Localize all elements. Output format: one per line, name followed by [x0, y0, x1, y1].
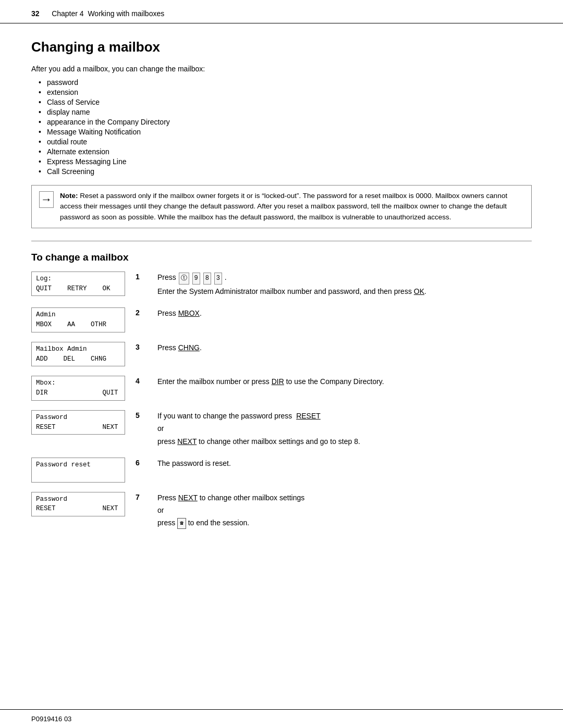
screen-box-7: Password RESET NEXT	[31, 492, 125, 517]
screen-box-4: Mbox: DIR QUIT	[31, 376, 125, 401]
step-screen-5: Password RESET NEXT	[31, 410, 125, 435]
step-number-4: 4	[136, 377, 147, 385]
screen-box-3: Mailbox Admin ADD DEL CHNG	[31, 342, 125, 367]
page-title: Changing a mailbox	[31, 39, 532, 55]
step-screen-6: Password reset	[31, 458, 125, 483]
screen-line: Mbox:	[36, 378, 120, 388]
list-item: extension	[47, 88, 532, 96]
step-number-7: 7	[136, 493, 147, 501]
step-content-1: Press ⓣ 9 8 3 . Enter the System Adminis…	[157, 272, 532, 299]
list-item: password	[47, 78, 532, 87]
step-row-1: Log: QUIT RETRY OK 1 Press ⓣ 9 8 3 . Ent…	[31, 272, 532, 299]
screen-line: Log:	[36, 274, 120, 284]
step-screen-2: Admin MBOX AA OTHR	[31, 307, 125, 332]
section-divider	[31, 241, 532, 241]
screen-line: Admin	[36, 310, 120, 320]
step-screen-7: Password RESET NEXT	[31, 492, 125, 517]
step-row-4: Mbox: DIR QUIT 4 Enter the mailbox numbe…	[31, 376, 532, 401]
list-item: Express Messaging Line	[47, 157, 532, 166]
list-item: Call Screening	[47, 167, 532, 176]
list-item: appearance in the Company Directory	[47, 118, 532, 126]
step-content-2: Press MBOX.	[157, 307, 532, 320]
header-chapter-title: Chapter 4 Working with mailboxes	[44, 9, 165, 18]
intro-text: After you add a mailbox, you can change …	[31, 65, 532, 73]
list-item: Class of Service	[47, 98, 532, 106]
step-content-3: Press CHNG.	[157, 342, 532, 354]
key-icon: 9	[192, 273, 200, 285]
screen-line: Password	[36, 495, 120, 504]
key-icon: 3	[214, 273, 222, 285]
note-body: Reset a password only if the mailbox own…	[60, 192, 507, 221]
step-row-5: Password RESET NEXT 5 If you want to cha…	[31, 410, 532, 448]
phone-icon: ☎	[177, 518, 186, 529]
page-header: 32 Chapter 4 Working with mailboxes	[0, 0, 563, 23]
screen-line: DIR QUIT	[36, 388, 120, 398]
step-content-6: The password is reset.	[157, 458, 532, 470]
screen-box-5: Password RESET NEXT	[31, 410, 125, 435]
step-content-4: Enter the mailbox number or press DIR to…	[157, 376, 532, 388]
screen-line: RESET NEXT	[36, 423, 120, 433]
note-label: Note:	[60, 192, 78, 200]
step-number-6: 6	[136, 459, 147, 467]
screen-line: Password reset	[36, 460, 120, 470]
screen-line: MBOX AA OTHR	[36, 320, 120, 330]
screen-line: Mailbox Admin	[36, 344, 120, 354]
steps-section: Log: QUIT RETRY OK 1 Press ⓣ 9 8 3 . Ent…	[31, 272, 532, 530]
step-number-3: 3	[136, 343, 147, 351]
step-number-1: 1	[136, 273, 147, 281]
list-item: Alternate extension	[47, 147, 532, 156]
screen-box-2: Admin MBOX AA OTHR	[31, 307, 125, 332]
step-content-7: Press NEXT to change other mailbox setti…	[157, 492, 532, 530]
list-item: Message Waiting Notification	[47, 128, 532, 136]
screen-line: QUIT RETRY OK	[36, 284, 120, 294]
page: 32 Chapter 4 Working with mailboxes Chan…	[0, 0, 563, 728]
step-row-6: Password reset 6 The password is reset.	[31, 458, 532, 483]
section2-heading: To change a mailbox	[31, 252, 532, 263]
list-item: display name	[47, 108, 532, 116]
step-content-5: If you want to change the password press…	[157, 410, 532, 448]
list-item: outdial route	[47, 138, 532, 146]
step-screen-4: Mbox: DIR QUIT	[31, 376, 125, 401]
step-number-2: 2	[136, 309, 147, 317]
step-row-3: Mailbox Admin ADD DEL CHNG 3 Press CHNG.	[31, 342, 532, 367]
step-row-7: Password RESET NEXT 7 Press NEXT to chan…	[31, 492, 532, 530]
key-icon: 8	[203, 273, 211, 285]
step-number-5: 5	[136, 411, 147, 419]
screen-line	[36, 470, 120, 480]
key-icon: ⓣ	[179, 273, 189, 285]
step-screen-1: Log: QUIT RETRY OK	[31, 272, 125, 297]
screen-box-6: Password reset	[31, 458, 125, 483]
screen-line: RESET NEXT	[36, 504, 120, 514]
step-row-2: Admin MBOX AA OTHR 2 Press MBOX.	[31, 307, 532, 332]
step-screen-3: Mailbox Admin ADD DEL CHNG	[31, 342, 125, 367]
note-text: Note: Reset a password only if the mailb…	[60, 191, 524, 223]
footer-text: P0919416 03	[31, 715, 71, 723]
page-footer: P0919416 03	[0, 709, 563, 728]
screen-line: Password	[36, 413, 120, 423]
note-box: → Note: Reset a password only if the mai…	[31, 185, 532, 228]
screen-box-1: Log: QUIT RETRY OK	[31, 272, 125, 297]
header-page-number: 32	[31, 9, 40, 18]
note-arrow-icon: →	[39, 191, 54, 208]
main-content: Changing a mailbox After you add a mailb…	[0, 23, 563, 709]
screen-line: ADD DEL CHNG	[36, 354, 120, 364]
bullet-list: password extension Class of Service disp…	[47, 78, 532, 176]
